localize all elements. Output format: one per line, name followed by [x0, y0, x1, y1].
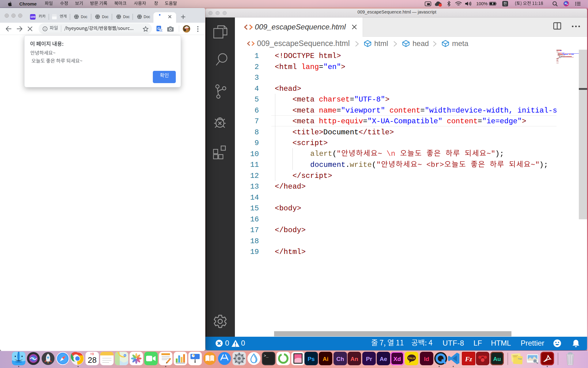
- svg-text:Pr: Pr: [366, 356, 372, 362]
- svg-text:Ai: Ai: [323, 356, 329, 362]
- svg-text:Id: Id: [424, 356, 429, 362]
- svg-text:28: 28: [88, 355, 97, 365]
- svg-text:Trips: Trips: [518, 358, 522, 360]
- svg-text:An: An: [350, 356, 358, 362]
- svg-text:Au: Au: [493, 356, 501, 362]
- svg-text:TALK: TALK: [408, 357, 415, 360]
- svg-text:>_: >_: [264, 354, 269, 358]
- svg-text:Fz: Fz: [465, 355, 472, 363]
- svg-text:Ps: Ps: [307, 356, 315, 362]
- svg-text:Ch: Ch: [336, 356, 344, 362]
- svg-text:Ae: Ae: [380, 356, 387, 362]
- svg-text:Xd: Xd: [394, 356, 401, 362]
